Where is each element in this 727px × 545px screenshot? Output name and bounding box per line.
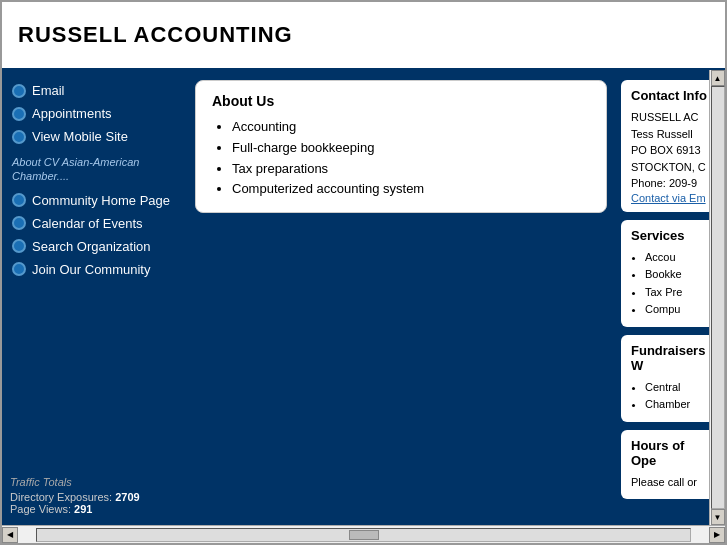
services-list: Accou Bookke Tax Pre Compu [631,249,709,319]
contact-po: PO BOX 6913 [631,142,709,159]
contact-card: Contact Info RUSSELL AC Tess Russell PO … [621,80,719,212]
page-views-label: Page Views: [10,503,71,515]
fundraisers-card-title: Fundraisers W [631,343,709,373]
sidebar-label-calendar: Calendar of Events [32,216,143,231]
sidebar-item-view-mobile[interactable]: View Mobile Site [10,126,179,147]
services-card: Services Accou Bookke Tax Pre Compu [621,220,719,327]
sidebar-item-calendar[interactable]: Calendar of Events [10,213,179,234]
vertical-scrollbar: ▲ ▼ [709,70,725,525]
sidebar-item-email[interactable]: Email [10,80,179,101]
service-item-2: Bookke [645,266,709,284]
sidebar-label-view-mobile: View Mobile Site [32,129,128,144]
page-title: RUSSELL ACCOUNTING [18,22,293,48]
directory-value: 2709 [115,491,139,503]
about-item-4: Computerized accounting system [232,179,590,200]
sidebar-label-community-home: Community Home Page [32,193,170,208]
nav-dot-appointments [12,107,26,121]
sidebar-item-join[interactable]: Join Our Community [10,259,179,280]
traffic-title: Traffic Totals [10,476,179,488]
sidebar-item-appointments[interactable]: Appointments [10,103,179,124]
nav-dot-calendar [12,216,26,230]
scroll-left-arrow[interactable]: ◀ [2,527,18,543]
service-item-4: Compu [645,301,709,319]
nav-dot-view-mobile [12,130,26,144]
scroll-down-arrow[interactable]: ▼ [711,509,725,525]
service-item-3: Tax Pre [645,284,709,302]
scroll-up-arrow[interactable]: ▲ [711,70,725,86]
horizontal-scrollbar-thumb[interactable] [349,530,379,540]
fundraiser-item-1: Central [645,379,709,397]
sidebar-label-appointments: Appointments [32,106,112,121]
contact-person: Tess Russell [631,126,709,143]
page-views-value: 291 [74,503,92,515]
hours-card-title: Hours of Ope [631,438,709,468]
main-layout: Email Appointments View Mobile Site Abou… [2,70,725,525]
contact-email-link[interactable]: Contact via Em [631,192,709,204]
contact-name: RUSSELL AC [631,109,709,126]
nav-dot-search-org [12,239,26,253]
about-link[interactable]: About CV Asian-American Chamber.... [10,149,179,188]
about-item-2: Full-charge bookkeeping [232,138,590,159]
traffic-page-views: Page Views: 291 [10,503,179,515]
about-card-list: Accounting Full-charge bookkeeping Tax p… [212,117,590,200]
sidebar-label-search-org: Search Organization [32,239,151,254]
bottom-scrollbar: ◀ ▶ [2,525,725,543]
browser-frame: RUSSELL ACCOUNTING Email Appointments Vi… [0,0,727,545]
contact-city: STOCKTON, C [631,159,709,176]
nav-dot-join [12,262,26,276]
horizontal-scrollbar-track[interactable] [36,528,691,542]
nav-dot-email [12,84,26,98]
content-area: About Us Accounting Full-charge bookkeep… [187,70,615,525]
contact-phone: Phone: 209-9 [631,175,709,192]
about-card-title: About Us [212,93,590,109]
traffic-directory: Directory Exposures: 2709 [10,491,179,503]
about-card: About Us Accounting Full-charge bookkeep… [195,80,607,213]
sidebar-item-community-home[interactable]: Community Home Page [10,190,179,211]
sidebar-label-join: Join Our Community [32,262,150,277]
hours-text: Please call or [631,474,709,491]
about-item-1: Accounting [232,117,590,138]
contact-card-title: Contact Info [631,88,709,103]
fundraisers-list: Central Chamber [631,379,709,414]
sidebar: Email Appointments View Mobile Site Abou… [2,70,187,525]
nav-dot-community-home [12,193,26,207]
sidebar-item-search-org[interactable]: Search Organization [10,236,179,257]
page-header: RUSSELL ACCOUNTING [2,2,725,70]
scroll-right-arrow[interactable]: ▶ [709,527,725,543]
vertical-scrollbar-track[interactable] [711,86,725,509]
about-item-3: Tax preparations [232,159,590,180]
hours-card: Hours of Ope Please call or [621,430,719,499]
traffic-section: Traffic Totals Directory Exposures: 2709… [10,460,179,515]
services-card-title: Services [631,228,709,243]
directory-label: Directory Exposures: [10,491,112,503]
fundraisers-card: Fundraisers W Central Chamber [621,335,719,422]
service-item-1: Accou [645,249,709,267]
sidebar-label-email: Email [32,83,65,98]
fundraiser-item-2: Chamber [645,396,709,414]
